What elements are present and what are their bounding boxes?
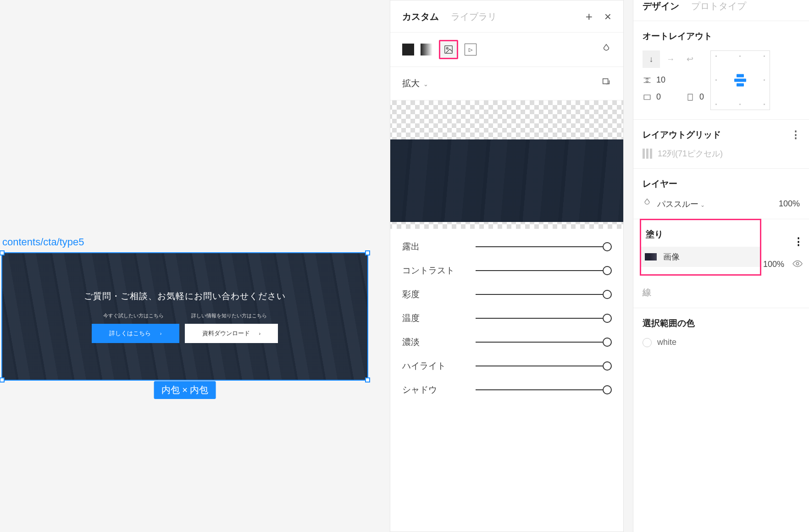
popover-tabs: カスタム ライブラリ + × <box>390 0 623 33</box>
eye-icon[interactable] <box>792 259 803 271</box>
selected-frame[interactable]: ご質問・ご相談、お気軽にお問い合わせください 今すぐ試したい方はこちら 詳しい情… <box>1 252 368 381</box>
cta-heading: ご質問・ご相談、お気軽にお問い合わせください <box>84 290 286 302</box>
svg-rect-2 <box>603 79 608 84</box>
resize-handle-tl[interactable] <box>0 250 5 255</box>
fill-solid-button[interactable] <box>402 44 414 55</box>
chevron-right-icon: › <box>259 331 261 336</box>
image-adjust-sliders: 露出 コントラスト 彩度 温度 濃淡 ハイライト シャドウ <box>390 229 623 396</box>
preview-image-content <box>390 139 623 222</box>
spacing-input[interactable]: 10 <box>643 75 704 85</box>
resize-handle-bl[interactable] <box>0 377 5 382</box>
blend-icon[interactable] <box>601 44 611 56</box>
fill-image-button-highlight <box>439 40 458 59</box>
svg-rect-4 <box>688 94 693 100</box>
tab-prototype[interactable]: プロトタイプ <box>691 0 746 12</box>
fill-thumbnail[interactable] <box>645 253 657 260</box>
inspector-tabs: デザイン プロトタイプ <box>633 0 809 21</box>
slider-highlights[interactable]: ハイライト <box>402 360 611 372</box>
cta-sub-right: 詳しい情報を知りたい方はこちら <box>191 312 267 319</box>
more-icon[interactable]: ⋮ <box>791 129 800 141</box>
layer-section: レイヤー パススルー⌄ 100% <box>633 169 809 219</box>
direction-horizontal-button[interactable]: → <box>662 50 679 68</box>
svg-point-5 <box>796 262 799 265</box>
blend-drop-icon <box>643 198 652 210</box>
autolayout-title: オートレイアウト <box>643 30 800 42</box>
scale-mode-dropdown[interactable]: 拡大⌄ <box>402 78 428 89</box>
layout-grid-title: レイアウトグリッド <box>643 129 721 141</box>
fill-gradient-button[interactable] <box>421 44 432 55</box>
tab-library[interactable]: ライブラリ <box>451 11 497 23</box>
inspector-panel: デザイン プロトタイプ オートレイアウト ↓ → ↩ 10 0 <box>633 0 809 532</box>
padding-v-input[interactable]: 0 <box>686 92 704 102</box>
slider-exposure[interactable]: 露出 <box>402 241 611 253</box>
layer-opacity-input[interactable]: 100% <box>779 199 800 209</box>
selection-colors-title: 選択範囲の色 <box>643 317 800 329</box>
tab-custom[interactable]: カスタム <box>402 11 439 23</box>
cta-sub-left: 今すぐ試したい方はこちら <box>103 312 164 319</box>
slider-temperature[interactable]: 温度 <box>402 312 611 324</box>
columns-icon <box>643 149 652 159</box>
fill-video-button[interactable]: ▷ <box>465 44 477 55</box>
fill-section-highlight: 塗り 画像 <box>640 219 761 276</box>
svg-rect-3 <box>644 95 650 100</box>
rotate-icon[interactable] <box>601 77 611 90</box>
fill-type-row: ▷ <box>390 33 623 67</box>
cta-secondary-button: 資料ダウンロード› <box>185 324 278 343</box>
align-center-icon <box>734 74 746 87</box>
scale-mode-row: 拡大⌄ <box>390 67 623 100</box>
fill-row[interactable]: 画像 <box>641 247 760 267</box>
canvas-area[interactable]: contents/cta/type5 ご質問・ご相談、お気軽にお問い合わせくださ… <box>0 0 390 532</box>
plus-icon[interactable]: + <box>586 10 593 24</box>
frame-label[interactable]: contents/cta/type5 <box>2 236 84 248</box>
direction-vertical-button[interactable]: ↓ <box>643 50 660 68</box>
layer-title: レイヤー <box>643 178 800 190</box>
autolayout-section: オートレイアウト ↓ → ↩ 10 0 <box>633 21 809 120</box>
cta-primary-button: 詳しくはこちら› <box>92 324 179 343</box>
layout-grid-section: レイアウトグリッド ⋮ 12列(71ピクセル) <box>633 120 809 169</box>
fill-popover: カスタム ライブラリ + × ▷ 拡大⌄ 露出 コントラスト 彩度 温度 濃淡 <box>390 0 624 532</box>
selection-colors-section: 選択範囲の色 white <box>633 308 809 356</box>
grid-row[interactable]: 12列(71ピクセル) <box>643 148 800 159</box>
alignment-box[interactable] <box>710 50 770 110</box>
slider-shadows[interactable]: シャドウ <box>402 384 611 396</box>
slider-saturation[interactable]: 彩度 <box>402 288 611 300</box>
direction-wrap-button[interactable]: ↩ <box>681 50 698 68</box>
slider-contrast[interactable]: コントラスト <box>402 265 611 277</box>
close-icon[interactable]: × <box>604 10 611 24</box>
svg-rect-0 <box>445 46 453 54</box>
more-icon[interactable]: ⋮ <box>793 236 803 248</box>
color-row-white[interactable]: white <box>643 338 800 347</box>
chevron-down-icon: ⌄ <box>423 81 428 88</box>
blend-mode-dropdown[interactable]: パススルー⌄ <box>657 199 705 210</box>
tab-design[interactable]: デザイン <box>643 0 679 12</box>
slider-tint[interactable]: 濃淡 <box>402 336 611 348</box>
svg-point-1 <box>446 47 448 49</box>
fill-image-button[interactable] <box>443 44 454 55</box>
fill-opacity-input[interactable]: 100% <box>763 260 784 269</box>
padding-h-input[interactable]: 0 <box>643 92 661 102</box>
image-preview[interactable] <box>390 100 623 229</box>
stroke-title: 線 <box>643 288 651 297</box>
resize-handle-tr[interactable] <box>365 250 370 255</box>
resize-handle-br[interactable] <box>365 377 370 382</box>
frame-content: ご質問・ご相談、お気軽にお問い合わせください 今すぐ試したい方はこちら 詳しい情… <box>2 253 367 380</box>
stroke-section: 線 <box>633 277 809 308</box>
chevron-down-icon: ⌄ <box>700 202 705 208</box>
size-badge[interactable]: 内包 × 内包 <box>154 381 216 399</box>
white-swatch <box>643 338 652 347</box>
chevron-right-icon: › <box>160 331 162 336</box>
fill-title: 塗り <box>644 228 663 240</box>
